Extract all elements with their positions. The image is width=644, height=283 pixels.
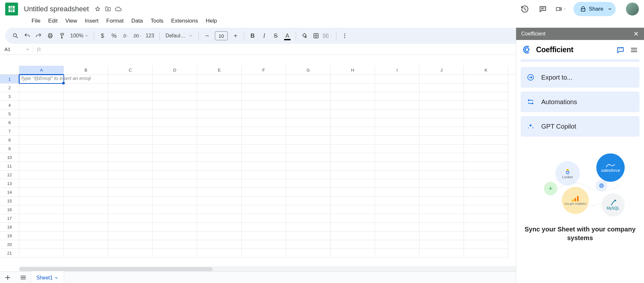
- text-color-icon[interactable]: A: [282, 31, 293, 41]
- cell[interactable]: [64, 231, 108, 240]
- cell[interactable]: [19, 205, 64, 214]
- cell[interactable]: [153, 162, 197, 171]
- cell[interactable]: [108, 92, 153, 101]
- cell[interactable]: [419, 83, 464, 92]
- cell[interactable]: [419, 205, 464, 214]
- cell[interactable]: [464, 171, 508, 179]
- menu-data[interactable]: Data: [128, 16, 146, 25]
- cell[interactable]: [375, 110, 419, 118]
- cell[interactable]: [375, 136, 419, 144]
- cell[interactable]: [153, 101, 197, 110]
- cell[interactable]: [19, 144, 64, 153]
- cell[interactable]: [242, 231, 286, 240]
- all-sheets-icon[interactable]: [15, 272, 31, 283]
- cell[interactable]: [375, 118, 419, 127]
- meet-button[interactable]: [555, 4, 566, 15]
- cell[interactable]: [286, 118, 331, 127]
- cell[interactable]: [153, 153, 197, 162]
- cell[interactable]: [197, 127, 242, 136]
- cell[interactable]: [64, 188, 108, 197]
- cell[interactable]: [108, 249, 153, 258]
- cell[interactable]: [242, 153, 286, 162]
- cell[interactable]: [19, 249, 64, 258]
- cell[interactable]: [464, 127, 508, 136]
- cell[interactable]: [108, 75, 153, 83]
- cell[interactable]: [375, 171, 419, 179]
- cell[interactable]: [242, 249, 286, 258]
- cell[interactable]: [331, 188, 375, 197]
- cell[interactable]: [286, 240, 331, 249]
- row-header[interactable]: 6: [0, 118, 19, 127]
- cell[interactable]: [286, 101, 331, 110]
- italic-icon[interactable]: I: [259, 31, 269, 41]
- cell[interactable]: [197, 231, 242, 240]
- hamburger-icon[interactable]: [630, 46, 638, 54]
- cell[interactable]: [331, 205, 375, 214]
- history-icon[interactable]: [519, 4, 530, 15]
- cell[interactable]: [242, 144, 286, 153]
- percent-icon[interactable]: %: [109, 31, 119, 41]
- cell[interactable]: [286, 83, 331, 92]
- cell[interactable]: [286, 171, 331, 179]
- cell[interactable]: [419, 110, 464, 118]
- cell[interactable]: [242, 92, 286, 101]
- row-header[interactable]: 7: [0, 127, 19, 136]
- cell[interactable]: [64, 249, 108, 258]
- cell[interactable]: [153, 197, 197, 205]
- cell[interactable]: [419, 153, 464, 162]
- cell[interactable]: [286, 223, 331, 231]
- cell[interactable]: [375, 127, 419, 136]
- cell[interactable]: [375, 92, 419, 101]
- column-header[interactable]: J: [419, 66, 464, 74]
- cell[interactable]: [331, 179, 375, 188]
- cell[interactable]: [19, 92, 64, 101]
- cell[interactable]: [286, 231, 331, 240]
- cell[interactable]: [197, 92, 242, 101]
- cell[interactable]: [242, 75, 286, 83]
- row-header[interactable]: 21: [0, 249, 19, 258]
- automations-item[interactable]: Automations: [521, 92, 639, 112]
- currency-icon[interactable]: $: [97, 31, 108, 41]
- chat-icon[interactable]: [616, 46, 624, 54]
- close-icon[interactable]: ✕: [633, 30, 639, 38]
- cell[interactable]: [108, 136, 153, 144]
- menu-file[interactable]: File: [28, 16, 43, 25]
- cell[interactable]: [419, 223, 464, 231]
- cell[interactable]: [64, 110, 108, 118]
- cell[interactable]: [197, 136, 242, 144]
- cell[interactable]: [64, 197, 108, 205]
- select-all-corner[interactable]: [0, 66, 19, 74]
- cell[interactable]: [64, 127, 108, 136]
- cell[interactable]: [286, 153, 331, 162]
- cell[interactable]: [464, 205, 508, 214]
- document-title[interactable]: Untitled spreadsheet: [22, 5, 91, 13]
- row-header[interactable]: 10: [0, 153, 19, 162]
- cell[interactable]: [286, 162, 331, 171]
- cell[interactable]: [331, 240, 375, 249]
- gpt-copilot-item[interactable]: GPT Copilot: [521, 116, 639, 137]
- column-header[interactable]: I: [375, 66, 419, 74]
- search-menus-icon[interactable]: [10, 31, 21, 41]
- more-formats[interactable]: 123: [144, 31, 156, 41]
- cell[interactable]: [419, 188, 464, 197]
- cell[interactable]: [464, 197, 508, 205]
- cell[interactable]: [108, 118, 153, 127]
- cell[interactable]: [64, 101, 108, 110]
- row-header[interactable]: 9: [0, 144, 19, 153]
- cell[interactable]: [331, 249, 375, 258]
- cell[interactable]: [108, 223, 153, 231]
- cell[interactable]: [419, 162, 464, 171]
- star-icon[interactable]: [94, 5, 101, 13]
- cell[interactable]: [153, 249, 197, 258]
- row-header[interactable]: 19: [0, 231, 19, 240]
- cell[interactable]: [153, 231, 197, 240]
- strikethrough-icon[interactable]: S: [271, 31, 281, 41]
- row-header[interactable]: 5: [0, 110, 19, 118]
- cell[interactable]: [464, 118, 508, 127]
- cell[interactable]: [242, 118, 286, 127]
- row-header[interactable]: 8: [0, 136, 19, 144]
- font-size-input[interactable]: 10: [215, 31, 228, 40]
- cell[interactable]: [286, 179, 331, 188]
- cell[interactable]: [331, 118, 375, 127]
- cell[interactable]: [419, 197, 464, 205]
